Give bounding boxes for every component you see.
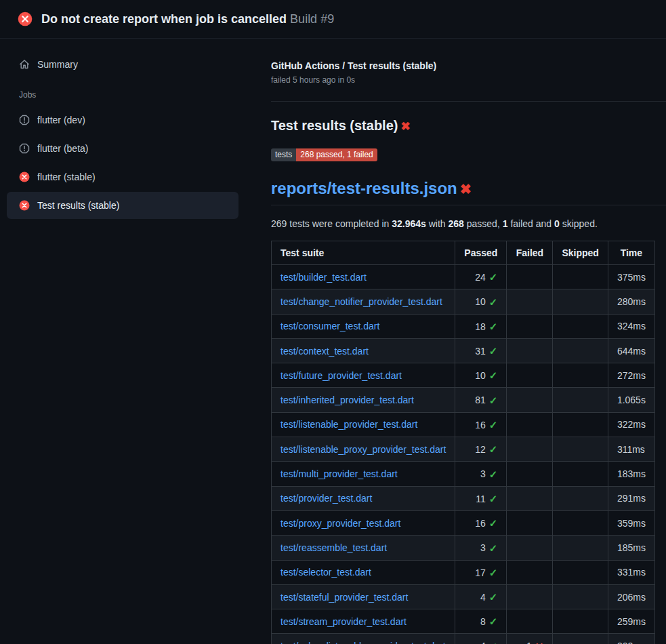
summary-text: skipped.	[560, 218, 598, 229]
passed-cell: 16✓	[455, 510, 507, 535]
suite-cell: test/provider_test.dart	[272, 486, 455, 510]
test-suite-link[interactable]: test/selector_test.dart	[280, 567, 371, 578]
passed-cell: 3✓	[455, 462, 507, 486]
sidebar-item-test-results-stable[interactable]: Test results (stable)	[7, 192, 238, 219]
sidebar-item-flutter-dev[interactable]: flutter (dev)	[7, 106, 238, 134]
time-cell: 183ms	[608, 462, 654, 486]
passed-cell: 4✓	[455, 634, 507, 644]
test-suite-link[interactable]: test/change_notifier_provider_test.dart	[280, 296, 442, 307]
sidebar-item-label: flutter (beta)	[37, 143, 88, 154]
summary-failed-count: 1	[503, 218, 508, 229]
sidebar-item-flutter-beta[interactable]: flutter (beta)	[7, 135, 238, 162]
test-suite-link[interactable]: test/stateful_provider_test.dart	[280, 592, 408, 603]
test-suite-link[interactable]: test/provider_test.dart	[280, 493, 372, 504]
test-suite-link[interactable]: test/proxy_provider_test.dart	[280, 518, 400, 529]
check-icon: ✓	[489, 567, 498, 578]
test-suite-link[interactable]: test/multi_provider_test.dart	[280, 468, 398, 479]
passed-cell: 8✓	[455, 609, 507, 634]
table-row: test/provider_test.dart 11✓ 291ms	[272, 486, 655, 510]
suite-cell: test/stateful_provider_test.dart	[272, 584, 455, 609]
skipped-cell	[553, 510, 608, 535]
sidebar-item-label: Summary	[37, 59, 78, 70]
skipped-cell	[553, 536, 608, 560]
test-suite-link[interactable]: test/future_provider_test.dart	[280, 370, 402, 381]
checks-page: Do not create report when job is cancell…	[0, 0, 666, 644]
failed-cell	[507, 462, 553, 486]
build-number: Build #9	[290, 12, 334, 26]
suite-cell: test/listenable_provider_test.dart	[272, 412, 455, 437]
table-row: test/listenable_proxy_provider_test.dart…	[272, 437, 655, 462]
failed-cell	[507, 560, 553, 584]
results-table-body: test/builder_test.dart 24✓ 375ms test/ch…	[272, 265, 655, 644]
test-suite-link[interactable]: test/context_test.dart	[280, 346, 369, 357]
failed-cell	[507, 388, 553, 412]
jobs-sidebar: Summary Jobs flutter (dev)	[0, 39, 251, 220]
test-suite-link[interactable]: test/stream_provider_test.dart	[280, 616, 407, 627]
suite-cell: test/builder_test.dart	[272, 265, 455, 289]
time-cell: 324ms	[608, 314, 654, 338]
suite-cell: test/value_listenable_provider_test.dart	[272, 634, 455, 644]
table-row: test/proxy_provider_test.dart 16✓ 359ms	[272, 510, 655, 535]
summary-skipped-count: 0	[554, 218, 560, 229]
check-icon: ✓	[489, 443, 498, 455]
time-cell: 644ms	[608, 338, 654, 363]
report-file-link[interactable]: reports/test-results.json	[271, 179, 457, 197]
sidebar-item-summary[interactable]: Summary	[7, 52, 238, 77]
time-cell: 359ms	[608, 510, 654, 535]
check-icon: ✓	[489, 517, 498, 529]
cancelled-status-icon	[19, 143, 30, 154]
time-cell: 185ms	[608, 536, 654, 560]
sidebar-item-label: flutter (stable)	[37, 172, 96, 182]
passed-cell: 17✓	[455, 560, 507, 584]
header-time: Time	[608, 241, 654, 265]
failed-status-icon	[19, 172, 30, 182]
suite-cell: test/listenable_proxy_provider_test.dart	[272, 437, 455, 462]
test-suite-link[interactable]: test/inherited_provider_test.dart	[280, 395, 414, 405]
time-cell: 280ms	[608, 289, 654, 314]
report-title: reports/test-results.json✖	[271, 179, 666, 205]
table-row: test/listenable_provider_test.dart 16✓ 3…	[272, 412, 655, 437]
test-suite-link[interactable]: test/listenable_proxy_provider_test.dart	[280, 444, 446, 455]
skipped-cell	[553, 289, 608, 314]
table-row: test/context_test.dart 31✓ 644ms	[272, 338, 655, 363]
suite-cell: test/multi_provider_test.dart	[272, 462, 455, 486]
sidebar-item-label: Test results (stable)	[37, 200, 119, 211]
table-row: test/future_provider_test.dart 10✓ 272ms	[272, 363, 655, 388]
time-cell: 302ms	[608, 634, 654, 644]
failed-status-icon	[18, 12, 33, 26]
passed-cell: 10✓	[455, 363, 507, 388]
sidebar-item-flutter-stable[interactable]: flutter (stable)	[7, 163, 238, 190]
failed-cell	[507, 338, 553, 363]
failed-cell	[507, 314, 553, 338]
table-row: test/value_listenable_provider_test.dart…	[272, 634, 655, 644]
skipped-cell	[553, 560, 608, 584]
time-cell: 322ms	[608, 412, 654, 437]
failed-cell	[507, 265, 553, 289]
test-suite-link[interactable]: test/consumer_test.dart	[280, 321, 379, 331]
breadcrumb: GitHub Actions / Test results (stable)	[271, 59, 666, 73]
badge-label: tests	[271, 148, 296, 161]
x-icon: ✕	[535, 641, 544, 644]
time-cell: 375ms	[608, 265, 654, 289]
check-icon: ✓	[489, 493, 498, 504]
header-passed: Passed	[455, 241, 507, 265]
table-row: test/reassemble_test.dart 3✓ 185ms	[272, 536, 655, 560]
time-cell: 259ms	[608, 609, 654, 634]
skipped-cell	[553, 634, 608, 644]
check-icon: ✓	[489, 345, 498, 357]
check-icon: ✓	[489, 468, 498, 480]
run-header: GitHub Actions / Test results (stable) f…	[271, 59, 666, 102]
check-run-content: GitHub Actions / Test results (stable) f…	[251, 39, 666, 644]
test-suite-link[interactable]: test/builder_test.dart	[280, 272, 367, 283]
suite-cell: test/inherited_provider_test.dart	[272, 388, 455, 412]
check-run-title: Test results (stable)✖	[271, 118, 666, 134]
test-suite-link[interactable]: test/value_listenable_provider_test.dart	[280, 641, 446, 644]
test-suite-link[interactable]: test/reassemble_test.dart	[280, 542, 387, 553]
suite-cell: test/consumer_test.dart	[272, 314, 455, 338]
failed-cell	[507, 437, 553, 462]
suite-cell: test/change_notifier_provider_test.dart	[272, 289, 455, 314]
table-row: test/selector_test.dart 17✓ 331ms	[272, 560, 655, 584]
run-status-line: failed 5 hours ago in 0s	[271, 75, 666, 85]
test-suite-link[interactable]: test/listenable_provider_test.dart	[280, 419, 417, 430]
skipped-cell	[553, 584, 608, 609]
